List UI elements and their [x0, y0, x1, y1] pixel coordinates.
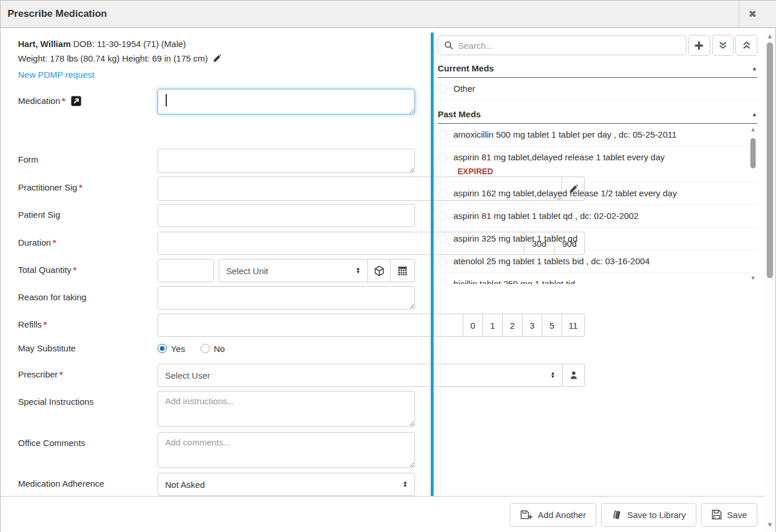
scrollbar-thumb[interactable] [750, 138, 756, 168]
med-radio[interactable] [438, 130, 448, 139]
close-button[interactable]: ✖ [739, 1, 766, 27]
collapse-all-button[interactable] [712, 35, 734, 56]
substitute-no-radio[interactable] [201, 344, 210, 353]
reason-input[interactable] [158, 286, 415, 310]
collapse-section-icon[interactable]: ▲ [752, 65, 757, 71]
med-item-text: aspirin 81 mg tablet,delayed release 1 t… [453, 151, 757, 164]
scrollbar-thumb[interactable] [767, 42, 773, 278]
past-meds-header[interactable]: Past Meds ▲ [438, 109, 757, 124]
med-item-text: aspirin 81 mg tablet 1 tablet qd , dc: 0… [453, 210, 757, 222]
unit-select[interactable]: Select Unit ▲▼ [219, 259, 368, 282]
unit-select-value: Select Unit [226, 266, 269, 276]
required-marker: * [44, 319, 47, 329]
new-pdmp-request-link[interactable]: New PDMP request [18, 67, 94, 82]
med-item-text: bicillin tablet 250 mg 1 tablet tid [453, 278, 757, 284]
plus-icon [694, 41, 704, 51]
duration-label: Duration* [18, 238, 56, 247]
adherence-select[interactable]: Not Asked ▲▼ [158, 473, 415, 496]
special-instructions-input[interactable] [158, 391, 415, 427]
double-chevron-up-icon [742, 41, 751, 49]
med-radio[interactable] [438, 189, 448, 198]
patient-vitals-line: Weight: 178 lbs (80.74 kg) Height: 69 in… [18, 51, 221, 66]
add-med-button[interactable] [688, 35, 710, 56]
save-button[interactable]: Save [701, 503, 757, 527]
past-med-item[interactable]: atenolol 25 mg tablet 1 tablets bid , dc… [438, 250, 757, 273]
med-radio[interactable] [438, 279, 448, 284]
prescribe-medication-dialog: Prescribe Medication ✖ Hart, William DOB… [0, 0, 776, 532]
required-marker: * [62, 96, 66, 106]
past-med-item[interactable]: amoxicillin 500 mg tablet 1 tablet per d… [438, 124, 757, 146]
practitioner-sig-label: Practitioner Sig* [18, 182, 83, 192]
past-med-item[interactable]: aspirin 81 mg tablet,delayed release 1 t… [438, 146, 757, 182]
med-item-text: amoxicillin 500 mg tablet 1 tablet per d… [453, 128, 757, 141]
refills-label: Refills* [18, 319, 47, 329]
reason-label: Reason for taking [18, 292, 87, 302]
med-item-text: Other [453, 82, 757, 95]
med-radio[interactable] [438, 257, 448, 266]
save-plus-icon [520, 510, 532, 520]
required-marker: * [59, 369, 63, 379]
past-meds-list: amoxicillin 500 mg tablet 1 tablet per d… [438, 124, 757, 284]
required-marker: * [79, 182, 83, 192]
external-link-icon[interactable] [71, 96, 81, 106]
med-radio[interactable] [438, 153, 448, 162]
patient-info: Hart, William DOB: 11-30-1954 (71) (Male… [18, 37, 221, 82]
current-meds-header[interactable]: Current Meds ▲ [438, 63, 757, 78]
med-radio[interactable] [438, 84, 448, 94]
collapse-section-icon[interactable]: ▲ [752, 111, 757, 117]
required-marker: * [73, 265, 77, 275]
may-substitute-label: May Substitute [18, 343, 76, 353]
meds-list-scrollbar[interactable]: ▲ ▼ [749, 127, 757, 281]
required-marker: * [53, 238, 56, 247]
total-quantity-input[interactable] [158, 259, 214, 282]
form-input[interactable] [158, 149, 415, 173]
form-label: Form [18, 154, 38, 164]
double-chevron-down-icon [718, 41, 727, 49]
dialog-title: Prescribe Medication [1, 8, 107, 20]
save-icon [711, 509, 722, 520]
scroll-up-icon[interactable]: ▲ [749, 127, 757, 132]
meds-search-box[interactable] [438, 35, 686, 55]
medication-label: Medication* [18, 96, 81, 106]
save-to-library-button[interactable]: Save to Library [601, 503, 696, 527]
med-radio[interactable] [438, 211, 448, 221]
past-med-item[interactable]: aspirin 81 mg tablet 1 tablet qd , dc: 0… [438, 205, 757, 228]
past-med-item[interactable]: bicillin tablet 250 mg 1 tablet tid [438, 273, 757, 284]
patient-name-line: Hart, William DOB: 11-30-1954 (71) (Male… [18, 37, 221, 51]
expand-all-button[interactable] [735, 35, 757, 56]
select-caret-icon: ▲▼ [403, 481, 407, 488]
patient-sig-label: Patient Sig [18, 210, 60, 220]
select-caret-icon: ▲▼ [356, 267, 360, 274]
past-med-item[interactable]: aspirin 325 mg tablet 1 tablet qd [438, 228, 757, 250]
med-radio[interactable] [438, 234, 448, 243]
med-item-text: atenolol 25 mg tablet 1 tablets bid , dc… [453, 255, 757, 268]
scroll-down-icon[interactable]: ▼ [764, 521, 775, 528]
quantity-calculator-button[interactable] [390, 259, 415, 282]
package-lookup-button[interactable] [367, 259, 391, 282]
office-comments-label: Office Comments [18, 438, 85, 448]
close-icon: ✖ [748, 8, 756, 20]
substitute-yes-label: Yes [171, 344, 185, 354]
meds-history-panel: Current Meds ▲ Other Past Meds ▲ amoxici… [431, 28, 762, 496]
dialog-footer: Add Another Save to Library Save [1, 496, 766, 532]
meds-search-input[interactable] [453, 37, 680, 54]
dialog-header: Prescribe Medication ✖ [1, 1, 776, 28]
past-med-item[interactable]: aspirin 162 mg tablet,delayed release 1/… [438, 182, 757, 205]
scroll-up-icon[interactable]: ▲ [764, 33, 775, 39]
edit-vitals-icon[interactable] [213, 55, 221, 63]
scroll-down-icon[interactable]: ▼ [749, 275, 757, 281]
page-scrollbar[interactable]: ▲ ▼ [764, 28, 775, 532]
patient-sig-input[interactable] [158, 204, 415, 227]
add-another-button[interactable]: Add Another [510, 503, 596, 527]
med-item-text: aspirin 162 mg tablet,delayed release 1/… [453, 187, 757, 200]
med-status-badge: EXPIRED [457, 167, 757, 176]
medication-input[interactable] [158, 89, 415, 114]
substitute-yes-radio[interactable] [158, 344, 167, 353]
current-med-item-other[interactable]: Other [438, 78, 757, 100]
text-caret [166, 94, 167, 106]
medication-input-wrap [158, 89, 415, 116]
prescriber-select-value: Select User [165, 371, 210, 380]
office-comments-input[interactable] [158, 432, 415, 468]
meds-search-row [438, 35, 757, 56]
refills-input[interactable] [158, 314, 463, 337]
